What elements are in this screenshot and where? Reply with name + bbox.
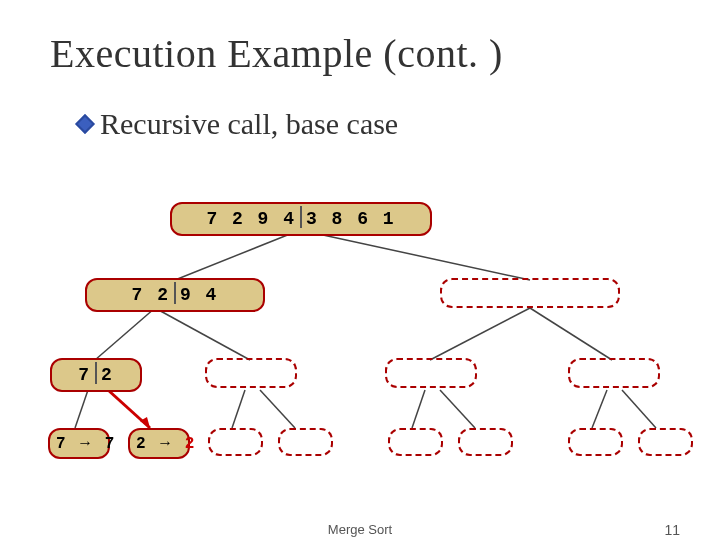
leaf1-in: 7 (56, 435, 67, 453)
svg-line-12 (440, 390, 475, 428)
leaf1-out: 7 (105, 435, 116, 453)
divider-icon (300, 206, 302, 228)
svg-line-3 (155, 308, 250, 360)
page-number: 11 (664, 522, 680, 538)
leaf2-in: 2 (136, 435, 147, 453)
node-l2-c (385, 358, 477, 388)
leaf-2: 2 → 2 (128, 428, 190, 459)
bullet-diamond-icon (75, 114, 95, 134)
svg-line-0 (175, 230, 300, 280)
root-left: 7 2 9 4 (206, 209, 296, 229)
slide-title: Execution Example (cont. ) (50, 30, 670, 77)
svg-line-14 (622, 390, 656, 428)
node-l2-d (568, 358, 660, 388)
svg-marker-8 (140, 417, 150, 428)
node-root: 7 2 9 43 8 6 1 (170, 202, 432, 236)
l2a-left: 7 (78, 365, 91, 385)
svg-line-4 (430, 308, 530, 360)
svg-line-1 (300, 230, 530, 280)
tree-connectors (0, 0, 720, 540)
l2a-right: 2 (101, 365, 114, 385)
node-l2-b (205, 358, 297, 388)
node-l1-left: 7 29 4 (85, 278, 265, 312)
svg-line-7 (108, 390, 150, 428)
leaf-1: 7 → 7 (48, 428, 110, 459)
svg-line-13 (592, 390, 607, 428)
subtitle: Recursive call, base case (100, 107, 398, 141)
leaf-5 (388, 428, 443, 456)
node-l2-a: 72 (50, 358, 142, 392)
divider-icon (95, 362, 97, 384)
node-l1-right (440, 278, 620, 308)
svg-line-9 (232, 390, 245, 428)
svg-line-6 (75, 390, 88, 428)
arrow-icon: → (77, 434, 94, 451)
svg-line-11 (412, 390, 425, 428)
subtitle-row: Recursive call, base case (50, 107, 670, 141)
root-right: 3 8 6 1 (306, 209, 396, 229)
svg-line-5 (530, 308, 612, 360)
leaf-6 (458, 428, 513, 456)
footer-center: Merge Sort (328, 522, 392, 537)
svg-line-2 (95, 308, 155, 360)
l1a-right: 9 4 (180, 285, 218, 305)
arrow-icon: → (157, 434, 174, 451)
leaf-3 (208, 428, 263, 456)
leaf-4 (278, 428, 333, 456)
svg-line-10 (260, 390, 295, 428)
leaf2-out: 2 (185, 435, 196, 453)
leaf-8 (638, 428, 693, 456)
divider-icon (174, 282, 176, 304)
l1a-left: 7 2 (132, 285, 170, 305)
leaf-7 (568, 428, 623, 456)
